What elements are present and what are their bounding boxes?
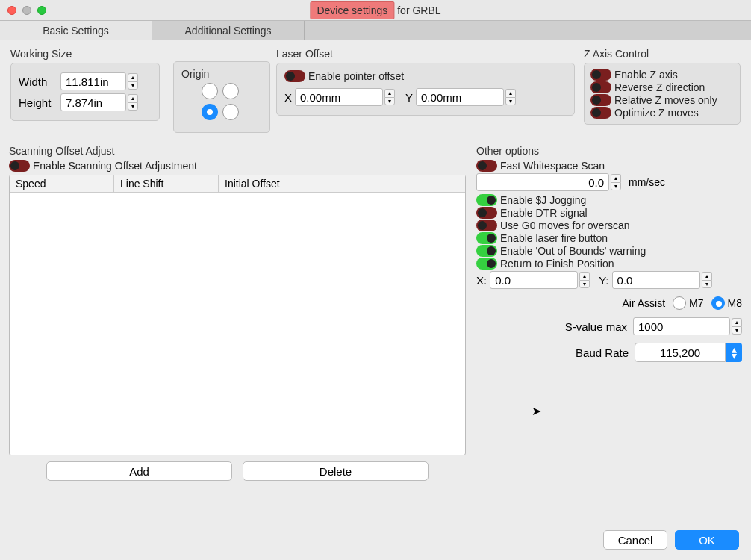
height-label: Height: [19, 96, 57, 109]
other-options-section: Other options Fast Whitespace Scan ▴ ▾ m…: [476, 145, 742, 481]
enable-fire-toggle[interactable]: [476, 232, 497, 244]
enable-oob-label: Enable 'Out of Bounds' warning: [500, 245, 646, 257]
laser-x-label: X: [284, 91, 292, 104]
air-m8-label: M8: [728, 297, 742, 309]
working-size-panel: Width ▴ ▾ Height ▴: [10, 63, 160, 121]
baud-input[interactable]: [635, 343, 726, 362]
finish-y-input[interactable]: [612, 271, 700, 289]
width-step-down[interactable]: ▾: [128, 81, 138, 90]
enable-scanning-offset-toggle[interactable]: [9, 160, 30, 172]
fast-whitespace-label: Fast Whitespace Scan: [500, 160, 605, 172]
height-step-down[interactable]: ▾: [128, 102, 138, 111]
fast-whitespace-unit: mm/sec: [629, 176, 665, 188]
titlebar: Device settings for GRBL: [0, 0, 751, 21]
s-value-down[interactable]: ▾: [732, 326, 742, 335]
enable-pointer-offset-label: Enable pointer offset: [308, 70, 404, 82]
minimize-window-button[interactable]: [22, 6, 31, 15]
origin-bottom-right[interactable]: [222, 104, 239, 120]
s-value-label: S-value max: [565, 320, 627, 333]
origin-section: Origin: [172, 61, 269, 133]
air-assist-label: Air Assist: [623, 297, 666, 309]
top-row: Working Size Width ▴ ▾ Height: [9, 48, 742, 133]
mid-row: Scanning Offset Adjust Enable Scanning O…: [9, 145, 742, 481]
laser-x-input[interactable]: [295, 88, 383, 106]
optimize-z-label: Optimize Z moves: [614, 107, 699, 119]
enable-oob-toggle[interactable]: [476, 245, 497, 257]
finish-x-up[interactable]: ▴: [579, 272, 590, 280]
baud-select[interactable]: ▴▾: [635, 343, 742, 362]
cancel-button[interactable]: Cancel: [603, 530, 667, 550]
tab-basic-settings[interactable]: Basic Settings: [0, 21, 152, 40]
enable-dtr-toggle[interactable]: [476, 207, 497, 219]
z-axis-label: Z Axis Control: [584, 48, 741, 60]
tab-additional-settings[interactable]: Additional Settings: [152, 21, 305, 40]
enable-scanning-offset-label: Enable Scanning Offset Adjustment: [33, 160, 197, 172]
laser-offset-section: Laser Offset Enable pointer offset X ▴ ▾: [275, 48, 576, 116]
title-highlight: Device settings: [310, 1, 394, 19]
enable-jogging-label: Enable $J Jogging: [500, 194, 586, 206]
working-size-section: Working Size Width ▴ ▾ Height: [9, 48, 166, 121]
ok-button[interactable]: OK: [675, 530, 739, 550]
laser-y-step-down[interactable]: ▾: [505, 97, 516, 105]
origin-bottom-left[interactable]: [202, 104, 218, 120]
relative-z-toggle[interactable]: [590, 94, 611, 106]
s-value-input[interactable]: [633, 317, 730, 335]
fast-whitespace-toggle[interactable]: [476, 160, 497, 172]
origin-label: Origin: [181, 68, 262, 80]
add-button[interactable]: Add: [46, 461, 232, 481]
tab-bar: Basic Settings Additional Settings: [0, 21, 751, 40]
maximize-window-button[interactable]: [37, 6, 46, 15]
title-rest: for GRBL: [394, 4, 440, 16]
use-g0-toggle[interactable]: [476, 220, 497, 231]
close-window-button[interactable]: [7, 6, 16, 15]
air-m8-radio[interactable]: M8: [711, 296, 742, 310]
optimize-z-toggle[interactable]: [590, 107, 611, 119]
col-line-shift: Line Shift: [114, 175, 219, 192]
finish-y-down[interactable]: ▾: [702, 280, 712, 288]
enable-dtr-label: Enable DTR signal: [500, 207, 588, 219]
laser-y-label: Y: [405, 91, 413, 104]
origin-top-left[interactable]: [202, 83, 218, 99]
width-label: Width: [19, 75, 57, 88]
fast-ws-step-down[interactable]: ▾: [611, 182, 621, 190]
air-m7-label: M7: [689, 297, 703, 309]
scanning-offset-table[interactable]: Speed Line Shift Initial Offset: [9, 175, 466, 455]
laser-y-step-up[interactable]: ▴: [505, 89, 516, 97]
height-input[interactable]: [60, 93, 126, 111]
width-input[interactable]: [60, 72, 126, 90]
width-step-up[interactable]: ▴: [128, 73, 138, 81]
enable-z-toggle[interactable]: [590, 69, 611, 81]
content: Working Size Width ▴ ▾ Height: [0, 40, 751, 560]
return-finish-toggle[interactable]: [476, 258, 497, 270]
relative-z-label: Relative Z moves only: [614, 94, 717, 106]
height-step-up[interactable]: ▴: [128, 94, 138, 102]
baud-dropdown-arrow[interactable]: ▴▾: [726, 343, 742, 362]
finish-x-down[interactable]: ▾: [579, 280, 590, 288]
laser-y-input[interactable]: [416, 88, 504, 106]
reverse-z-toggle[interactable]: [590, 81, 611, 93]
s-value-up[interactable]: ▴: [732, 318, 742, 326]
scanning-offset-label: Scanning Offset Adjust: [9, 145, 466, 157]
dialog-buttons: Cancel OK: [603, 530, 739, 550]
delete-button[interactable]: Delete: [243, 461, 429, 481]
origin-top-right[interactable]: [222, 83, 239, 99]
fast-whitespace-input[interactable]: [476, 173, 609, 191]
fast-ws-step-up[interactable]: ▴: [611, 174, 621, 182]
laser-x-step-down[interactable]: ▾: [384, 97, 395, 105]
return-finish-label: Return to Finish Position: [500, 258, 614, 270]
finish-x-input[interactable]: [490, 271, 578, 289]
enable-jogging-toggle[interactable]: [476, 194, 497, 206]
col-initial-offset: Initial Offset: [219, 175, 465, 192]
col-speed: Speed: [10, 175, 114, 192]
working-size-label: Working Size: [10, 48, 164, 60]
window-title: Device settings for GRBL: [310, 1, 440, 19]
laser-offset-panel: Enable pointer offset X ▴ ▾ Y: [276, 63, 575, 116]
finish-y-up[interactable]: ▴: [702, 272, 712, 280]
laser-x-step-up[interactable]: ▴: [384, 89, 395, 97]
finish-y-label: Y:: [599, 274, 608, 287]
enable-fire-label: Enable laser fire button: [500, 232, 608, 244]
air-m7-radio[interactable]: M7: [673, 296, 703, 310]
scanning-offset-section: Scanning Offset Adjust Enable Scanning O…: [9, 145, 466, 481]
enable-pointer-offset-toggle[interactable]: [284, 70, 305, 82]
reverse-z-label: Reverse Z direction: [614, 81, 705, 93]
